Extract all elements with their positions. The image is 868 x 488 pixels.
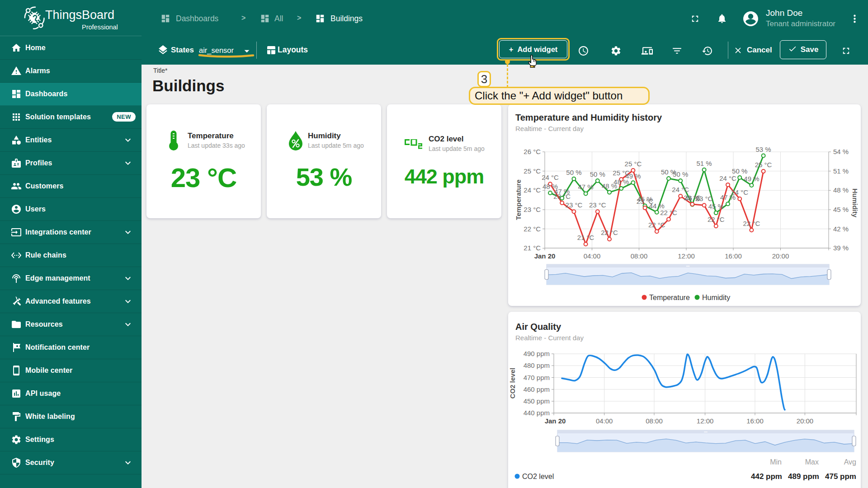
svg-text:489 ppm: 489 ppm [788, 472, 819, 481]
svg-text:24 °C: 24 °C [672, 186, 689, 193]
svg-text:50 %: 50 % [590, 170, 605, 178]
svg-text:44 %: 44 % [649, 202, 665, 210]
svg-text:Max: Max [805, 458, 819, 466]
svg-text:470 ppm: 470 ppm [524, 374, 550, 381]
svg-text:23 °C: 23 °C [589, 201, 606, 209]
svg-text:Jan 20: Jan 20 [534, 252, 556, 260]
svg-text:Jan 20: Jan 20 [545, 417, 566, 425]
svg-text:•••: ••• [686, 264, 690, 267]
svg-text:21 °C: 21 °C [524, 244, 541, 252]
svg-text:25 °C: 25 °C [755, 161, 772, 169]
svg-text:39 %: 39 % [833, 244, 849, 252]
svg-text:490 ppm: 490 ppm [524, 350, 550, 357]
svg-text:08:00: 08:00 [631, 252, 648, 260]
svg-text:42 %: 42 % [833, 225, 849, 233]
svg-text:45 %: 45 % [833, 206, 849, 213]
svg-text:47 %: 47 % [578, 183, 593, 191]
svg-text:22 °C: 22 °C [524, 225, 541, 233]
svg-text:480 ppm: 480 ppm [524, 361, 550, 369]
svg-text:Temperature: Temperature [514, 179, 522, 220]
svg-text:26 °C: 26 °C [524, 148, 541, 155]
svg-text:16:00: 16:00 [746, 417, 764, 425]
svg-text:475 ppm: 475 ppm [825, 472, 856, 481]
svg-text:442 ppm: 442 ppm [751, 472, 782, 481]
svg-text:25 °C: 25 °C [625, 160, 642, 168]
svg-text:53 %: 53 % [755, 145, 771, 153]
svg-text:20:00: 20:00 [772, 252, 789, 260]
svg-text:24 °C: 24 °C [524, 186, 541, 194]
svg-text:20:00: 20:00 [797, 417, 814, 425]
svg-text:•••: ••• [704, 430, 708, 433]
svg-text:460 ppm: 460 ppm [524, 385, 550, 393]
svg-text:22 °C: 22 °C [601, 229, 618, 236]
svg-text:450 ppm: 450 ppm [524, 397, 550, 405]
svg-text:Temperature: Temperature [649, 294, 690, 301]
svg-text:50 %: 50 % [732, 167, 747, 175]
svg-text:Min: Min [770, 458, 782, 466]
svg-text:54 %: 54 % [833, 148, 849, 155]
svg-text:47 %: 47 % [720, 193, 736, 201]
svg-text:49 %: 49 % [744, 175, 759, 183]
svg-text:22 °C: 22 °C [660, 209, 677, 216]
svg-text:440 ppm: 440 ppm [524, 409, 550, 417]
svg-text:12:00: 12:00 [697, 417, 714, 425]
svg-text:CO2 level: CO2 level [522, 473, 554, 480]
svg-text:08:00: 08:00 [646, 417, 663, 425]
svg-text:21 °C: 21 °C [577, 234, 594, 241]
svg-text:48 %: 48 % [833, 186, 849, 194]
svg-text:45 %: 45 % [708, 202, 724, 210]
svg-text:23 °C: 23 °C [566, 201, 583, 209]
svg-text:47 %: 47 % [554, 188, 570, 195]
svg-text:16:00: 16:00 [725, 252, 742, 260]
svg-text:25 °C: 25 °C [524, 167, 541, 175]
svg-text:12:00: 12:00 [678, 252, 695, 260]
svg-text:Avg: Avg [844, 458, 856, 466]
svg-text:24 °C: 24 °C [542, 174, 559, 181]
svg-text:50 %: 50 % [673, 170, 688, 178]
svg-text:51 %: 51 % [833, 167, 849, 175]
svg-text:23 °C: 23 °C [524, 206, 541, 213]
svg-text:04:00: 04:00 [584, 252, 601, 260]
svg-text:CO2 level: CO2 level [509, 368, 516, 399]
svg-text:51 %: 51 % [696, 160, 712, 167]
svg-text:22 °C: 22 °C [648, 221, 665, 229]
svg-text:46 %: 46 % [684, 194, 700, 202]
svg-text:22 °C: 22 °C [708, 216, 725, 223]
svg-text:24 °C: 24 °C [719, 174, 736, 182]
svg-text:49 %: 49 % [625, 172, 641, 180]
svg-text:04:00: 04:00 [596, 417, 613, 425]
svg-text:Humidity: Humidity [851, 188, 859, 218]
svg-text:50 %: 50 % [566, 169, 581, 176]
svg-text:Humidity: Humidity [702, 294, 730, 301]
svg-text:22 °C: 22 °C [743, 220, 760, 227]
